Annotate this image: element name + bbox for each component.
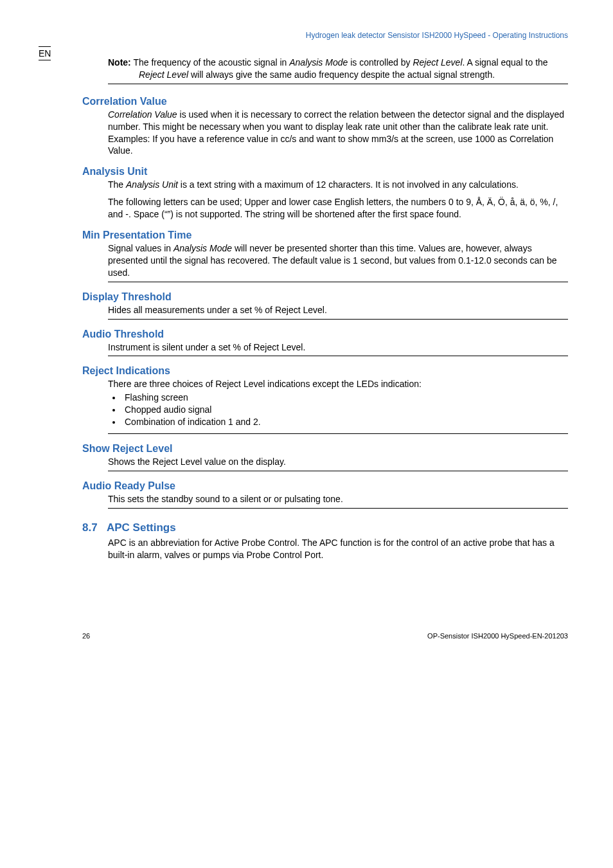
apc-num: 8.7 (82, 521, 107, 534)
note-text-b: is controlled by (348, 57, 413, 68)
apc-title: APC Settings (107, 521, 176, 534)
list-item: Chopped audio signal (122, 404, 568, 416)
au-term: Analysis Unit (126, 179, 178, 190)
note-level2: Reject Level (139, 69, 188, 80)
page-number: 26 (82, 632, 90, 640)
section-body-analysis-unit: The Analysis Unit is a text string with … (108, 179, 568, 221)
header-line: Hydrogen leak detector Sensistor ISH2000… (82, 31, 568, 40)
language-label: EN (39, 46, 51, 60)
note-mode: Analysis Mode (289, 57, 348, 68)
footer: 26 OP-Sensistor ISH2000 HySpeed-EN-20120… (82, 632, 568, 640)
mp-a: Signal values in (108, 243, 173, 253)
section-title-analysis-unit: Analysis Unit (82, 166, 568, 177)
mp-term: Analysis Mode (173, 243, 232, 253)
section-body-show-reject: Shows the Reject Level value on the disp… (108, 456, 568, 471)
section-title-show-reject: Show Reject Level (82, 443, 568, 455)
section-body-display-threshold: Hides all measurements under a set % of … (108, 304, 568, 320)
section-title-display-threshold: Display Threshold (82, 291, 568, 303)
section-title-audio-threshold: Audio Threshold (82, 329, 568, 340)
note-level1: Reject Level (413, 57, 462, 68)
section-title-reject-indications: Reject Indications (82, 365, 568, 377)
ri-intro: There are three choices of Reject Level … (108, 378, 568, 390)
section-title-min-presentation: Min Presentation Time (82, 230, 568, 241)
note-label: Note: (108, 57, 131, 68)
au-p1a: The (108, 179, 126, 190)
list-item: Flashing screen (122, 392, 568, 404)
note-text-c: . A signal equal to the (463, 57, 548, 68)
note-text-d: will always give the same audio frequenc… (188, 69, 495, 80)
note-block: Note: The frequency of the acoustic sign… (108, 57, 568, 84)
section-body-audio-ready: This sets the standby sound to a silent … (108, 493, 568, 509)
section-body-correlation: Correlation Value is used when it is nec… (108, 109, 568, 158)
section-body-apc: APC is an abbreviation for Active Probe … (108, 537, 568, 561)
note-text-a: The frequency of the acoustic signal in (131, 57, 289, 68)
list-item: Combination of indication 1 and 2. (122, 416, 568, 428)
section-body-audio-threshold: Instrument is silent under a set % of Re… (108, 341, 568, 357)
au-p1b: is a text string with a maximum of 12 ch… (178, 179, 519, 190)
section-body-reject-indications: There are three choices of Reject Level … (108, 378, 568, 434)
correlation-term: Correlation Value (108, 109, 177, 120)
section-title-correlation: Correlation Value (82, 96, 568, 107)
section-title-audio-ready: Audio Ready Pulse (82, 480, 568, 492)
au-p2: The following letters can be used; Upper… (108, 196, 568, 221)
section-body-min-presentation: Signal values in Analysis Mode will neve… (108, 242, 568, 282)
doc-code: OP-Sensistor ISH2000 HySpeed-EN-201203 (427, 632, 568, 640)
section-title-apc: 8.7APC Settings (82, 521, 568, 534)
